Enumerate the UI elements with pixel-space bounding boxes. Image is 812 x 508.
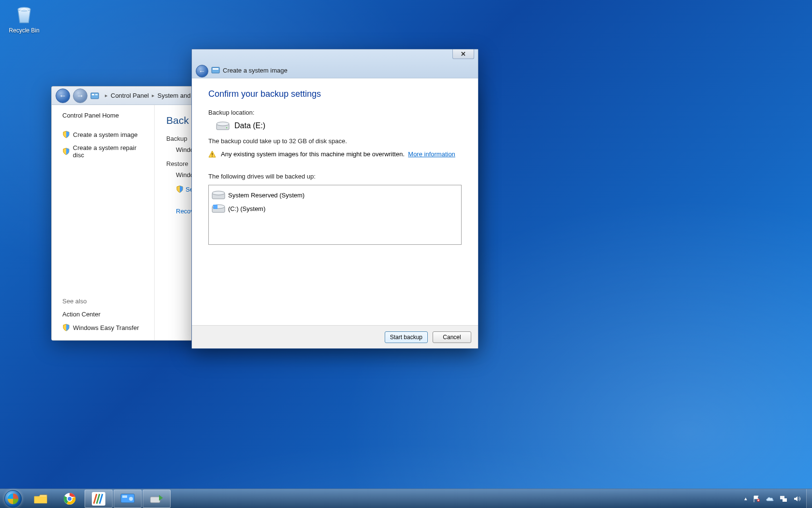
svg-point-12 (212, 191, 225, 195)
svg-rect-20 (122, 495, 127, 498)
drives-list: System Reserved (System) (C:) (System) (208, 185, 462, 245)
taskbar-app-3[interactable] (85, 490, 113, 508)
chrome-icon (63, 492, 76, 506)
drive-label: (C:) (System) (228, 205, 265, 212)
volume-icon[interactable] (793, 494, 801, 503)
shield-icon (62, 324, 70, 331)
wizard-body: Confirm your backup settings Backup loca… (192, 78, 478, 325)
system-image-wizard-window: ← Create a system image Confirm your bac… (191, 49, 478, 349)
svg-rect-1 (91, 93, 99, 99)
desktop-wallpaper: Recycle Bin ← → ▸ Control Panel ▸ System… (0, 0, 812, 508)
overwrite-warning-text: Any existing system images for this mach… (221, 150, 405, 158)
svg-rect-10 (212, 156, 213, 157)
size-estimate: The backup could take up to 32 GB of dis… (208, 137, 462, 145)
taskbar-chrome[interactable] (56, 490, 84, 508)
close-button[interactable] (452, 49, 474, 59)
wizard-footer: Start backup Cancel (192, 325, 478, 348)
svg-rect-15 (213, 205, 218, 209)
link-label: Action Center (62, 311, 101, 318)
hard-drive-icon (212, 190, 225, 200)
svg-point-21 (129, 497, 133, 501)
action-center-flag-icon[interactable] (752, 494, 761, 503)
drive-item: (C:) (System) (211, 202, 459, 215)
backup-location-label: Backup location: (208, 109, 462, 116)
see-also-label: See also (62, 298, 148, 305)
taskbar-control-panel[interactable] (114, 490, 142, 508)
shield-icon (62, 148, 70, 155)
hard-drive-windows-icon (212, 204, 225, 213)
folder-icon (33, 493, 48, 505)
recycle-bin-label: Recycle Bin (9, 27, 39, 34)
hard-drive-icon (216, 121, 230, 131)
system-tray[interactable]: ▴ (744, 494, 806, 503)
recycle-bin-icon[interactable]: Recycle Bin (5, 2, 44, 34)
start-backup-button[interactable]: Start backup (385, 331, 428, 343)
svg-point-7 (217, 122, 229, 126)
breadcrumb-root[interactable]: Control Panel (111, 92, 149, 99)
nav-forward-button[interactable]: → (73, 89, 87, 103)
stripes-icon (92, 492, 105, 506)
onedrive-icon[interactable] (766, 494, 774, 503)
backup-icon (149, 493, 164, 505)
start-button[interactable] (0, 489, 26, 508)
wizard-back-button[interactable]: ← (196, 65, 208, 77)
control-panel-sidebar: Control Panel Home Create a system image… (52, 105, 154, 340)
chevron-right-icon: ▸ (152, 92, 155, 99)
svg-point-17 (67, 496, 72, 501)
drives-label: The following drives will be backed up: (208, 173, 462, 180)
taskbar[interactable]: ▴ (0, 489, 812, 508)
see-also-action-center[interactable]: Action Center (62, 311, 148, 318)
wizard-heading: Confirm your backup settings (208, 89, 462, 99)
warning-icon (208, 150, 216, 158)
control-panel-home-link[interactable]: Control Panel Home (62, 112, 148, 119)
drive-label: System Reserved (System) (228, 192, 304, 199)
tray-overflow-icon[interactable]: ▴ (744, 495, 747, 502)
chevron-right-icon: ▸ (105, 92, 108, 99)
link-label: Windows Easy Transfer (73, 324, 139, 331)
network-icon[interactable] (779, 494, 788, 503)
backup-icon (211, 66, 220, 75)
svg-rect-9 (212, 153, 213, 155)
backup-location-value: Data (E:) (234, 121, 265, 130)
more-information-link[interactable]: More information (408, 150, 455, 158)
shield-icon (62, 131, 70, 138)
svg-rect-3 (95, 94, 98, 95)
nav-back-button[interactable]: ← (56, 89, 70, 103)
shield-icon (176, 185, 184, 193)
wizard-title: Create a system image (223, 67, 288, 74)
windows-orb-icon (4, 490, 22, 508)
svg-rect-4 (212, 67, 219, 73)
taskbar-file-explorer[interactable] (27, 490, 55, 508)
taskbar-backup-wizard[interactable] (143, 490, 171, 508)
sidebar-create-repair-disc[interactable]: Create a system repair disc (62, 144, 148, 159)
recycle-bin-glyph (13, 2, 36, 25)
see-also-easy-transfer[interactable]: Windows Easy Transfer (62, 324, 148, 331)
svg-rect-5 (213, 68, 218, 70)
svg-rect-2 (92, 94, 94, 95)
drive-item: System Reserved (System) (211, 188, 459, 202)
sidebar-create-system-image[interactable]: Create a system image (62, 131, 148, 138)
svg-point-8 (226, 127, 227, 128)
show-desktop-button[interactable] (806, 489, 812, 508)
sidebar-item-label: Create a system image (73, 131, 138, 138)
cancel-button[interactable]: Cancel (433, 331, 471, 343)
svg-rect-25 (783, 498, 787, 502)
control-panel-icon (90, 91, 99, 100)
wizard-titlebar[interactable]: ← Create a system image (192, 49, 478, 78)
svg-rect-22 (150, 497, 160, 503)
control-panel-icon (120, 493, 135, 505)
sidebar-item-label: Create a system repair disc (73, 144, 148, 159)
breadcrumb[interactable]: ▸ Control Panel ▸ System and Se (105, 92, 200, 99)
